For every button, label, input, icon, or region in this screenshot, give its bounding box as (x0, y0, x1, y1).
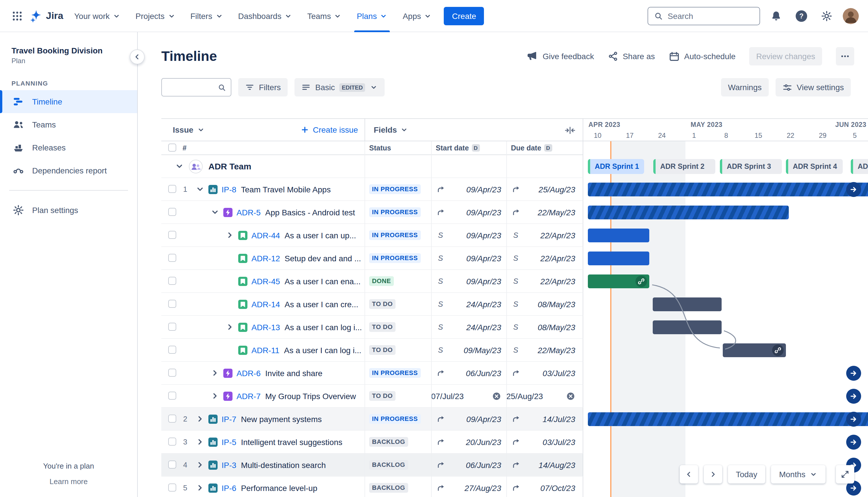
issue-search-field[interactable] (161, 78, 231, 97)
grid-scroll-area[interactable]: # Status Start date D Due date D ADR Tea… (161, 141, 868, 497)
fullscreen-button[interactable] (836, 465, 854, 483)
dependency-link-icon[interactable] (636, 275, 647, 287)
more-actions-button[interactable] (836, 47, 854, 66)
row-checkbox[interactable] (168, 277, 176, 285)
auto-schedule-button[interactable]: Auto-schedule (669, 51, 736, 62)
issue-key-link[interactable]: IP-7 (221, 414, 236, 424)
gantt-bar-adr-12[interactable] (588, 252, 649, 265)
nav-item-filters[interactable]: Filters (185, 0, 228, 32)
chevron-right-icon[interactable] (226, 323, 238, 331)
status-lozenge[interactable]: TO DO (369, 322, 395, 332)
issue-key-link[interactable]: ADR-5 (236, 208, 261, 217)
scroll-right-button[interactable] (704, 465, 722, 483)
sidebar-item-timeline[interactable]: Timeline (0, 90, 137, 113)
status-lozenge[interactable]: BACKLOG (369, 437, 408, 447)
row-checkbox[interactable] (168, 392, 176, 400)
clear-date-icon[interactable] (492, 391, 501, 400)
status-lozenge[interactable]: BACKLOG (369, 460, 408, 470)
issue-search-input[interactable] (167, 83, 215, 92)
offscreen-bar-indicator[interactable] (846, 412, 861, 427)
nav-item-plans[interactable]: Plans (352, 0, 393, 32)
status-lozenge[interactable]: IN PROGRESS (369, 368, 420, 378)
sprint-chip-adr-sprint-5[interactable]: ADR Sprint 5 (851, 159, 868, 174)
row-checkbox[interactable] (168, 483, 176, 492)
global-search-input[interactable] (668, 11, 744, 20)
row-checkbox[interactable] (168, 346, 176, 354)
settings-gear-icon[interactable] (818, 6, 836, 25)
sidebar-item-dependencies-report[interactable]: Dependencies report (0, 159, 137, 182)
chevron-down-icon[interactable] (211, 208, 223, 216)
issue-column-dropdown[interactable]: Issue (173, 119, 205, 141)
fields-dropdown[interactable]: Fields (374, 119, 408, 141)
status-lozenge[interactable]: IN PROGRESS (369, 253, 420, 263)
issue-key-link[interactable]: ADR-11 (251, 345, 279, 355)
chevron-right-icon[interactable] (196, 438, 208, 446)
status-lozenge[interactable]: TO DO (369, 345, 395, 355)
offscreen-bar-indicator[interactable] (846, 182, 861, 197)
chevron-right-icon[interactable] (196, 460, 208, 469)
row-checkbox[interactable] (168, 460, 176, 469)
chevron-right-icon[interactable] (196, 483, 208, 492)
sprint-chip-adr-sprint-3[interactable]: ADR Sprint 3 (720, 159, 782, 174)
create-button[interactable]: Create (444, 6, 484, 25)
row-checkbox[interactable] (168, 415, 176, 423)
sidebar-item-teams[interactable]: Teams (0, 113, 137, 136)
nav-item-projects[interactable]: Projects (130, 0, 180, 32)
help-icon[interactable]: ? (792, 6, 811, 25)
chevron-right-icon[interactable] (196, 415, 208, 423)
gantt-bar-ip-7[interactable] (588, 412, 868, 426)
notifications-icon[interactable] (767, 6, 785, 25)
status-lozenge[interactable]: IN PROGRESS (369, 207, 420, 217)
gantt-bar-adr-44[interactable] (588, 229, 649, 242)
status-lozenge[interactable]: TO DO (369, 299, 395, 309)
row-checkbox[interactable] (168, 369, 176, 377)
sprint-chip-adr-sprint-2[interactable]: ADR Sprint 2 (653, 159, 715, 174)
issue-key-link[interactable]: ADR-45 (251, 276, 280, 286)
sidebar-item-releases[interactable]: Releases (0, 136, 137, 159)
status-lozenge[interactable]: IN PROGRESS (369, 230, 420, 240)
gantt-bar-adr-5[interactable] (588, 205, 789, 219)
issue-key-link[interactable]: IP-8 (221, 185, 236, 194)
today-button[interactable]: Today (728, 465, 765, 483)
issue-key-link[interactable]: ADR-7 (236, 391, 261, 400)
gantt-bar-adr-14[interactable] (653, 297, 722, 311)
chevron-right-icon[interactable] (226, 231, 238, 240)
dependency-link-icon[interactable] (772, 344, 784, 356)
row-checkbox[interactable] (168, 185, 176, 193)
sprint-chip-adr-sprint-1[interactable]: ADR Sprint 1 (588, 159, 644, 174)
select-all-checkbox[interactable] (168, 144, 176, 152)
collapse-fields-icon[interactable] (564, 125, 576, 136)
view-mode-button[interactable]: Basic EDITED (294, 78, 385, 97)
offscreen-bar-indicator[interactable] (846, 389, 861, 404)
gantt-bar-adr-13[interactable] (653, 321, 722, 334)
global-search[interactable] (648, 6, 760, 25)
nav-item-your-work[interactable]: Your work (69, 0, 126, 32)
row-checkbox[interactable] (168, 300, 176, 308)
jira-logo[interactable]: Jira (30, 10, 63, 22)
issue-key-link[interactable]: ADR-44 (251, 230, 280, 240)
clear-date-icon[interactable] (566, 391, 575, 400)
zoom-level-dropdown[interactable]: Months (771, 465, 825, 483)
issue-key-link[interactable]: IP-3 (221, 460, 236, 469)
issue-key-link[interactable]: ADR-14 (251, 299, 280, 309)
row-checkbox[interactable] (168, 208, 176, 216)
row-checkbox[interactable] (168, 438, 176, 445)
status-lozenge[interactable]: BACKLOG (369, 483, 408, 493)
app-switcher-icon[interactable] (8, 6, 26, 25)
status-lozenge[interactable]: IN PROGRESS (369, 184, 420, 194)
nav-item-apps[interactable]: Apps (397, 0, 437, 32)
row-checkbox[interactable] (168, 231, 176, 239)
issue-key-link[interactable]: ADR-12 (251, 254, 280, 263)
chevron-down-icon[interactable] (196, 185, 208, 194)
share-as-button[interactable]: Share as (608, 51, 655, 61)
nav-item-teams[interactable]: Teams (302, 0, 347, 32)
give-feedback-button[interactable]: Give feedback (526, 51, 594, 62)
status-lozenge[interactable]: IN PROGRESS (369, 414, 420, 424)
row-checkbox[interactable] (168, 254, 176, 262)
offscreen-bar-indicator[interactable] (846, 435, 861, 450)
issue-key-link[interactable]: ADR-13 (251, 323, 280, 332)
status-lozenge[interactable]: DONE (369, 276, 394, 286)
view-settings-button[interactable]: View settings (776, 78, 851, 97)
warnings-button[interactable]: Warnings (721, 78, 768, 97)
nav-item-dashboards[interactable]: Dashboards (233, 0, 298, 32)
